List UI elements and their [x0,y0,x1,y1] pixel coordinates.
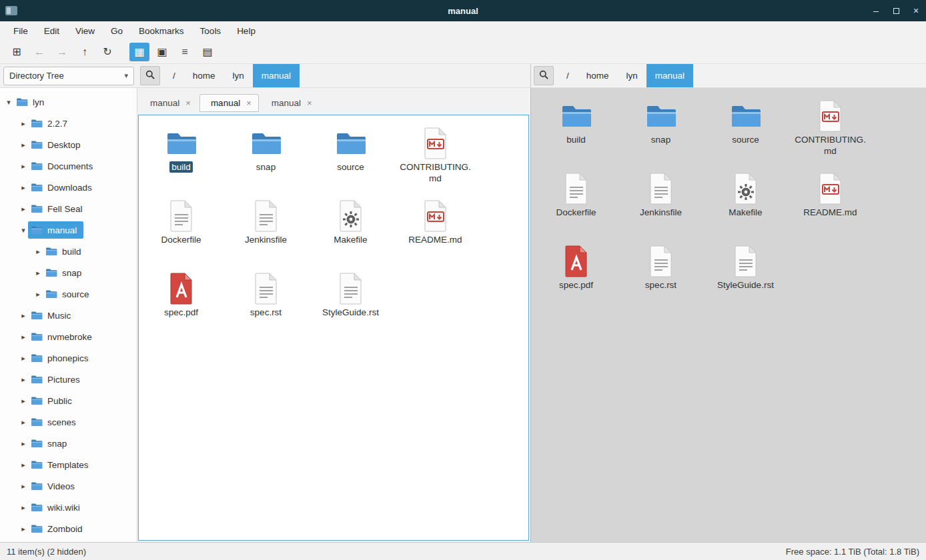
tab-manual[interactable]: manual× [139,94,198,112]
file-item[interactable]: spec.rst [223,270,308,343]
file-item[interactable]: snap [618,97,703,170]
detailed-list-view-button[interactable]: ▤ [197,43,217,61]
file-item[interactable]: Dockerfile [534,170,618,243]
file-item[interactable]: Dockerfile [139,197,223,270]
compact-view-button[interactable]: ≡ [175,43,195,61]
right-pane-filter-button[interactable] [534,66,554,85]
collapse-arrow-icon[interactable]: ▾ [19,226,28,235]
tree-item[interactable]: ▸phonepics [0,347,137,369]
expand-arrow-icon[interactable]: ▸ [19,503,28,512]
expand-arrow-icon[interactable]: ▸ [19,461,28,469]
tree-item[interactable]: ▸snap [0,262,137,283]
path-segment-root[interactable]: / [558,64,578,87]
expand-arrow-icon[interactable]: ▸ [19,354,28,363]
menu-item-go[interactable]: Go [103,23,131,39]
tree-item[interactable]: ▸Zomboid [0,518,137,539]
path-segment-home[interactable]: home [184,64,224,87]
file-item[interactable]: Makefile [703,170,788,243]
up-button[interactable]: ↑ [75,43,95,61]
tab-close-icon[interactable]: × [185,98,191,108]
tab-close-icon[interactable]: × [307,98,312,108]
file-item[interactable]: source [703,97,788,170]
expand-arrow-icon[interactable]: ▸ [19,183,28,192]
file-item[interactable]: snap [223,125,308,197]
file-item[interactable]: build [534,97,618,170]
file-item[interactable]: Jenkinsfile [223,197,308,270]
file-item[interactable]: spec.pdf [139,270,223,343]
tree-item[interactable]: ▸Pictures [0,369,137,390]
expand-arrow-icon[interactable]: ▸ [19,397,28,405]
tab-manual[interactable]: manual× [199,94,259,112]
expand-arrow-icon[interactable]: ▸ [19,333,28,341]
file-item[interactable]: source [308,125,393,197]
path-segment-manual[interactable]: manual [646,64,693,87]
expand-arrow-icon[interactable]: ▸ [33,290,43,299]
path-segment-manual[interactable]: manual [253,64,300,87]
right-file-view[interactable]: buildsnapsourceCONTRIBUTING.mdDockerfile… [531,88,926,542]
tree-item[interactable]: ▸Downloads [0,177,137,198]
tree-item[interactable]: ▸Desktop [0,134,137,155]
expand-arrow-icon[interactable]: ▸ [19,418,28,427]
back-button[interactable]: ← [29,43,49,61]
tree-item[interactable]: ▸scenes [0,411,137,433]
tree-item[interactable]: ▸Public [0,390,137,411]
expand-arrow-icon[interactable]: ▸ [19,439,28,448]
expand-arrow-icon[interactable]: ▸ [19,205,28,213]
file-item[interactable]: CONTRIBUTING.md [788,97,873,170]
tree-item[interactable]: ▸Music [0,305,137,326]
expand-arrow-icon[interactable]: ▸ [19,311,28,320]
tree-item[interactable]: ▸source [0,283,137,305]
menu-item-bookmarks[interactable]: Bookmarks [131,23,192,39]
menu-item-tools[interactable]: Tools [192,23,229,39]
file-item[interactable]: README.md [788,170,873,243]
file-item[interactable]: spec.pdf [534,243,618,315]
expand-arrow-icon[interactable]: ▸ [19,482,28,491]
file-item[interactable]: Jenkinsfile [618,170,703,243]
path-segment-lyn[interactable]: lyn [224,64,253,87]
expand-arrow-icon[interactable]: ▸ [19,162,28,171]
path-segment-root[interactable]: / [164,64,184,87]
tree-item[interactable]: ▸snap [0,433,137,454]
menu-item-view[interactable]: View [67,23,103,39]
tree-item[interactable]: ▸Fell Seal [0,198,137,219]
tree-item[interactable]: ▸Templates [0,454,137,475]
left-pane-filter-button[interactable] [140,66,160,85]
tree-item[interactable]: ▸Videos [0,475,137,497]
thumbnail-view-button[interactable]: ▣ [152,43,172,61]
minimize-button[interactable]: – [866,0,886,21]
menu-item-file[interactable]: File [5,23,36,39]
menu-item-edit[interactable]: Edit [36,23,67,39]
menu-item-help[interactable]: Help [229,23,264,39]
tree-item[interactable]: ▸2.2.7 [0,113,137,134]
sidebar-mode-select[interactable]: Directory Tree ▾ [3,67,134,85]
tree-item[interactable]: ▾manual [0,219,137,241]
file-item[interactable]: StyleGuide.rst [308,270,393,343]
close-button[interactable]: × [906,0,926,21]
tree-item[interactable]: ▾lyn [0,91,137,113]
expand-arrow-icon[interactable]: ▸ [19,375,28,384]
icon-view-button[interactable]: ▦ [129,43,149,61]
expand-arrow-icon[interactable]: ▸ [33,269,43,277]
path-segment-home[interactable]: home [578,64,618,87]
file-item[interactable]: spec.rst [618,243,703,315]
forward-button[interactable]: → [52,43,72,61]
expand-arrow-icon[interactable]: ▸ [19,525,28,533]
tree-item[interactable]: ▸Documents [0,155,137,177]
tree-item[interactable]: ▸wiki.wiki [0,497,137,518]
collapse-arrow-icon[interactable]: ▾ [4,98,13,107]
maximize-button[interactable] [886,0,906,21]
tab-close-icon[interactable]: × [246,98,252,108]
file-item[interactable]: CONTRIBUTING.md [393,125,478,197]
file-item[interactable]: build [139,125,223,197]
file-item[interactable]: StyleGuide.rst [703,243,788,315]
tree-item[interactable]: ▸nvmebroke [0,326,137,347]
reload-button[interactable]: ↻ [97,43,117,61]
expand-arrow-icon[interactable]: ▸ [19,119,28,128]
left-file-view[interactable]: buildsnapsourceCONTRIBUTING.mdDockerfile… [138,115,529,541]
tab-manual[interactable]: manual× [260,94,320,112]
new-tab-button[interactable]: ⊞ [7,43,27,61]
tree-item[interactable]: ▸build [0,241,137,262]
expand-arrow-icon[interactable]: ▸ [19,141,28,149]
file-item[interactable]: README.md [393,197,478,270]
file-item[interactable]: Makefile [308,197,393,270]
